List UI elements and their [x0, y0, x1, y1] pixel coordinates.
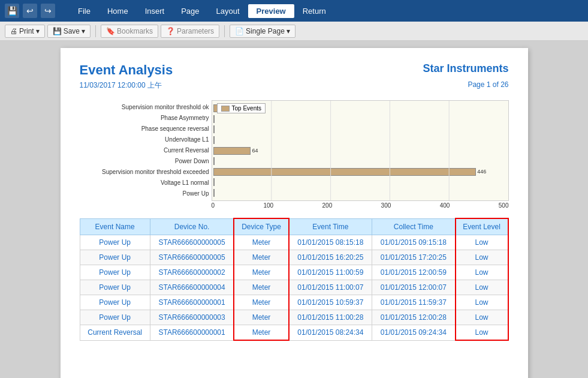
company-name: Star Instruments [423, 62, 508, 75]
cell-col-1: STAR666600000002 [150, 265, 234, 280]
chart-x-axis: 0 100 200 300 400 500 [212, 201, 509, 209]
nav-layout[interactable]: Layout [208, 4, 248, 18]
cell-device-type: Meter [234, 265, 288, 280]
save-button[interactable]: 💾 Save ▾ [47, 25, 91, 38]
table-row: Power UpSTAR666600000002Meter01/01/2015 … [80, 265, 508, 280]
cell-col-4: 01/01/2015 17:20:25 [372, 250, 456, 265]
bar-row-3 [212, 135, 508, 146]
cell-col-0: Power Up [80, 280, 150, 295]
table-row: Power UpSTAR666600000003Meter01/01/2015 … [80, 310, 508, 325]
print-button[interactable]: 🖨 Print ▾ [5, 25, 45, 38]
x-label-2: 200 [322, 202, 333, 209]
legend-color [221, 106, 230, 112]
cell-device-type: Meter [234, 310, 288, 325]
cell-device-type: Meter [234, 235, 288, 250]
main-toolbar: 💾 ↩ ↪ File Home Insert Page Layout Previ… [0, 0, 588, 22]
save-icon-btn[interactable]: 💾 [5, 4, 19, 18]
cell-col-4: 01/01/2015 09:15:18 [372, 235, 456, 250]
cell-col-4: 01/01/2015 12:00:59 [372, 265, 456, 280]
save-dropdown-icon: ▾ [82, 27, 85, 35]
bar-val-6: 446 [477, 169, 486, 175]
nav-file[interactable]: File [70, 4, 99, 18]
cell-col-3: 01/01/2015 16:20:25 [289, 250, 372, 265]
bar-val-4: 64 [252, 148, 258, 154]
chart-label-7: Voltage L1 normal [80, 177, 209, 188]
cell-device-type: Meter [234, 280, 288, 295]
cell-col-3: 01/01/2015 08:15:18 [289, 235, 372, 250]
cell-col-0: Power Up [80, 235, 150, 250]
nav-return[interactable]: Return [294, 4, 334, 18]
chart-label-1: Phase Asymmetry [80, 112, 209, 123]
cell-col-1: STAR666600000005 [150, 235, 234, 250]
report-title: Event Analysis [80, 62, 173, 78]
chart-label-3: Undervoltage L1 [80, 134, 209, 145]
chart-label-6: Supervision monitor threshold exceeded [80, 166, 209, 177]
print-dropdown-icon: ▾ [36, 27, 40, 35]
bar-4 [213, 147, 251, 155]
floppy-icon: 💾 [7, 6, 17, 16]
report-date: 11/03/2017 12:00:00 上午 [80, 80, 162, 91]
cell-device-type: Meter [234, 295, 288, 310]
main-nav: File Home Insert Page Layout Preview Ret… [70, 4, 334, 18]
cell-event-level: Low [456, 325, 508, 341]
bar-8 [213, 189, 215, 197]
parameters-button[interactable]: ❓ Parameters [161, 25, 219, 38]
bar-6 [213, 168, 477, 176]
table-row: Power UpSTAR666600000005Meter01/01/2015 … [80, 235, 508, 250]
save-icon: 💾 [53, 27, 62, 35]
cell-col-0: Power Up [80, 310, 150, 325]
cell-col-1: STAR666600000003 [150, 310, 234, 325]
bar-row-1 [212, 114, 508, 125]
table-header-row: Event Name Device No. Device Type Event … [80, 218, 508, 235]
report-toolbar: 🖨 Print ▾ 💾 Save ▾ 🔖 Bookmarks ❓ Paramet… [0, 22, 588, 41]
cell-event-level: Low [456, 295, 508, 310]
undo-icon: ↩ [26, 6, 34, 16]
x-label-4: 400 [440, 202, 450, 209]
event-table: Event Name Device No. Device Type Event … [80, 218, 509, 341]
bar-row-6: 446 [212, 166, 508, 177]
single-page-button[interactable]: 📄 Single Page ▾ [230, 25, 295, 38]
bookmarks-button[interactable]: 🔖 Bookmarks [101, 25, 158, 38]
chart-legend: Top Events [217, 103, 266, 113]
cell-col-1: STAR666600000005 [150, 250, 234, 265]
nav-page[interactable]: Page [173, 4, 207, 18]
toolbar-separator-1 [95, 25, 96, 37]
nav-insert[interactable]: Insert [137, 4, 173, 18]
bar-7 [213, 178, 215, 186]
cell-col-3: 01/01/2015 11:00:59 [289, 265, 372, 280]
cell-col-4: 01/01/2015 12:00:07 [372, 280, 456, 295]
chart-labels: Supervision monitor threshold ok Phase A… [80, 100, 212, 211]
col-header-device-type: Device Type [234, 218, 288, 235]
undo-btn[interactable]: ↩ [23, 4, 37, 18]
report-meta: 11/03/2017 12:00:00 上午 Page 1 of 26 [80, 80, 509, 91]
redo-btn[interactable]: ↪ [41, 4, 55, 18]
toolbar-separator-2 [224, 25, 225, 37]
cell-col-3: 01/01/2015 11:00:07 [289, 280, 372, 295]
x-label-1: 100 [263, 202, 273, 209]
table-row: Current ReversalSTAR666600000001Meter01/… [80, 325, 508, 341]
table-row: Power UpSTAR666600000001Meter01/01/2015 … [80, 295, 508, 310]
cell-col-3: 01/01/2015 08:24:34 [289, 325, 372, 341]
chart-label-4: Current Reversal [80, 145, 209, 155]
bar-2 [213, 125, 215, 133]
cell-col-1: STAR666600000001 [150, 325, 234, 341]
toolbar-icons: 💾 ↩ ↪ [5, 4, 55, 18]
cell-col-4: 01/01/2015 09:24:34 [372, 325, 456, 341]
nav-preview[interactable]: Preview [248, 4, 294, 18]
chart-label-5: Power Down [80, 155, 209, 166]
table-row: Power UpSTAR666600000005Meter01/01/2015 … [80, 250, 508, 265]
cell-col-4: 01/01/2015 12:00:28 [372, 310, 456, 325]
printer-icon: 🖨 [10, 27, 17, 35]
parameters-icon: ❓ [166, 27, 175, 35]
bookmark-icon: 🔖 [106, 27, 115, 35]
chart-inner: Top Events 25 [212, 100, 509, 201]
nav-home[interactable]: Home [99, 4, 137, 18]
col-header-event-level: Event Level [456, 218, 508, 235]
chart-label-2: Phase sequence reversal [80, 123, 209, 134]
bar-row-8 [212, 188, 508, 199]
x-label-3: 300 [381, 202, 391, 209]
redo-icon: ↪ [44, 6, 52, 16]
legend-label: Top Events [232, 105, 261, 112]
col-header-collect-time: Collect Time [372, 218, 456, 235]
cell-col-1: STAR666600000001 [150, 295, 234, 310]
